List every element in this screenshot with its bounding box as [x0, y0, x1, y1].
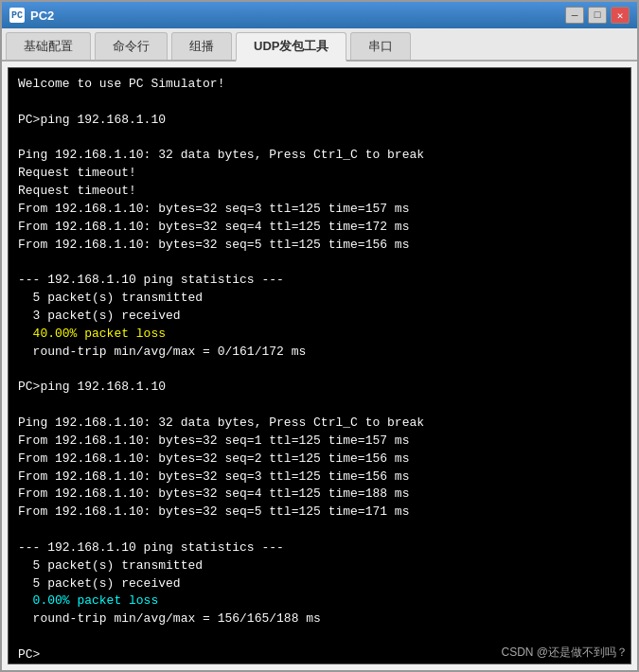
window-icon: PC	[9, 8, 25, 23]
terminal-area[interactable]: Welcome to use PC Simulator! PC>ping 192…	[8, 67, 631, 664]
minimize-button[interactable]: —	[565, 7, 584, 24]
tab-udp-tool[interactable]: UDP发包工具	[236, 32, 346, 62]
tab-basic-config[interactable]: 基础配置	[6, 32, 91, 60]
maximize-button[interactable]: □	[588, 7, 607, 24]
window-title: PC2	[30, 9, 54, 23]
watermark: CSDN @还是做不到吗？	[501, 645, 628, 661]
tab-serial[interactable]: 串口	[350, 32, 411, 60]
title-bar-left: PC PC2	[9, 8, 54, 23]
terminal-output: Welcome to use PC Simulator! PC>ping 192…	[18, 76, 621, 664]
title-bar: PC PC2 — □ ✕	[2, 2, 637, 28]
main-window: PC PC2 — □ ✕ 基础配置 命令行 组播 UDP发包工具 串口 Welc…	[0, 0, 639, 672]
tab-bar: 基础配置 命令行 组播 UDP发包工具 串口	[2, 28, 637, 62]
close-button[interactable]: ✕	[611, 7, 630, 24]
tab-command-line[interactable]: 命令行	[95, 32, 168, 60]
tab-multicast[interactable]: 组播	[171, 32, 232, 60]
title-controls: — □ ✕	[565, 7, 630, 24]
